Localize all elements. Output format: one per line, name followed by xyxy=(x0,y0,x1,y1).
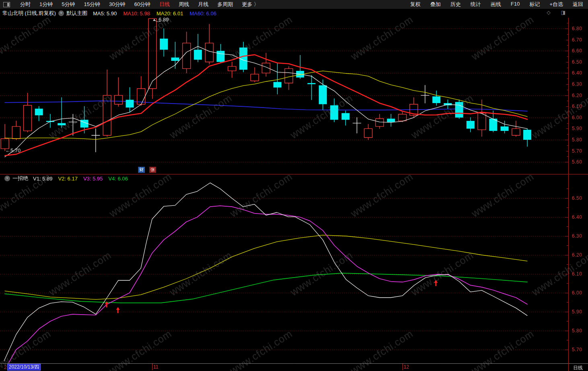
toolbar-button[interactable]: 叠加 xyxy=(425,1,446,8)
month-tick-label: 11 xyxy=(152,364,158,370)
price-label: 5.80 xyxy=(572,328,582,334)
split-panel-icon[interactable]: ◨ xyxy=(561,10,565,15)
indicator-value-label: V4: 6.06 xyxy=(108,176,128,182)
app-window: { "toolbar": { "left_items": [ {"label":… xyxy=(0,0,588,371)
price-label: 5.80 xyxy=(572,137,582,143)
selected-date-box[interactable]: 2022/10/13/四 xyxy=(7,364,41,371)
toolbar-button[interactable]: 返回 xyxy=(568,1,588,8)
toolbar-button[interactable]: F10 xyxy=(506,1,524,8)
ma-label: MA60: 6.06 xyxy=(190,10,217,17)
main-view-label: 默认主图 xyxy=(66,10,87,17)
chart-canvas[interactable] xyxy=(0,0,588,371)
high-price-annotation: 6.89 xyxy=(159,17,169,23)
period-tab[interactable]: 月线 xyxy=(194,1,213,8)
price-label: 6.20 xyxy=(572,252,582,258)
period-tab[interactable]: 多周期 xyxy=(213,1,237,8)
price-label: 6.10 xyxy=(572,104,582,109)
toolbar-button[interactable]: 统计 xyxy=(466,1,486,8)
price-label: 6.30 xyxy=(572,233,582,239)
price-label: 6.60 xyxy=(572,48,582,54)
partial-month-label: 2 xyxy=(4,365,7,370)
toolbar-button[interactable]: 画线 xyxy=(486,1,506,8)
period-tab[interactable]: 15分钟 xyxy=(79,1,104,8)
period-toolbar: 分时1分钟5分钟15分钟30分钟60分钟日线周线月线多周期更多 〉 复权叠加历史… xyxy=(0,0,588,9)
price-label: 6.00 xyxy=(572,290,582,296)
info-bar: 常山北明 (日线,前复权) ˅ 默认主图 MA5: 5.90MA10: 5.98… xyxy=(0,9,588,18)
corner-icons: ◇ ◨ xyxy=(547,10,565,15)
price-label: 6.00 xyxy=(572,115,582,120)
price-label: 5.70 xyxy=(572,347,582,352)
low-price-annotation: ←5.70 xyxy=(5,147,21,153)
ma-label: MA5: 5.90 xyxy=(93,10,117,17)
period-tab[interactable]: 分时 xyxy=(16,1,35,8)
indicator-values: V1: 5.89V2: 6.17V3: 5.95V4: 6.06 xyxy=(33,176,134,182)
period-tab[interactable]: 日线 xyxy=(155,1,174,8)
period-tabs: 分时1分钟5分钟15分钟30分钟60分钟日线周线月线多周期更多 〉 xyxy=(16,1,264,8)
indicator-header: ˅ 一招绝 V1: 5.89V2: 6.17V3: 5.95V4: 6.06 xyxy=(2,175,134,182)
ma-value-labels: MA5: 5.90MA10: 5.98MA20: 6.01MA60: 6.06 xyxy=(93,10,223,17)
period-tab[interactable]: 1分钟 xyxy=(35,1,57,8)
price-label: 6.40 xyxy=(572,70,582,76)
symbol-title: 常山北明 (日线,前复权) xyxy=(2,10,56,17)
price-label: 6.50 xyxy=(572,59,582,65)
toolbar-button[interactable]: 历史 xyxy=(446,1,466,8)
period-tab[interactable]: 30分钟 xyxy=(105,1,130,8)
price-label: 5.60 xyxy=(572,159,582,165)
period-tab[interactable]: 5分钟 xyxy=(57,1,79,8)
diamond-icon[interactable]: ◇ xyxy=(547,10,550,15)
period-tab[interactable]: 60分钟 xyxy=(130,1,155,8)
ma-label: MA20: 6.01 xyxy=(157,10,184,17)
period-indicator: 日线 xyxy=(573,365,583,371)
price-label: 5.90 xyxy=(572,309,582,315)
month-tick-label: 12 xyxy=(402,364,409,370)
chevron-down-icon[interactable]: ˅ xyxy=(58,10,64,16)
period-tab[interactable]: 周线 xyxy=(174,1,194,8)
indicator-value-label: V2: 6.17 xyxy=(58,176,77,182)
price-label: 5.90 xyxy=(572,126,582,131)
toolbar-button[interactable]: 复权 xyxy=(405,1,425,8)
toolbar-actions: 复权叠加历史统计画线F10标记+自选返回 xyxy=(405,1,588,8)
price-label: 6.20 xyxy=(572,93,582,98)
ma-label: MA10: 5.98 xyxy=(123,10,150,17)
price-label: 6.40 xyxy=(572,214,582,220)
price-label: 6.50 xyxy=(572,195,582,201)
toolbar-button[interactable]: +自选 xyxy=(545,1,568,8)
indicator-value-label: V3: 5.95 xyxy=(83,176,103,182)
price-label: 6.70 xyxy=(572,37,582,43)
rise-link-badge[interactable]: 张 xyxy=(149,167,156,173)
window-icon[interactable] xyxy=(3,2,10,7)
price-label: 6.10 xyxy=(572,271,582,277)
finance-link-badge[interactable]: 财 xyxy=(138,167,145,173)
price-label: 6.30 xyxy=(572,81,582,87)
indicator-value-label: V1: 5.89 xyxy=(33,176,52,182)
price-label: 5.70 xyxy=(572,148,582,154)
period-tab[interactable]: 更多 〉 xyxy=(237,1,264,8)
indicator-title: 一招绝 xyxy=(12,175,28,182)
chevron-down-icon[interactable]: ˅ xyxy=(4,176,10,181)
time-axis-bar: 2 2022/10/13/四 1112 日线 xyxy=(0,364,588,371)
price-label: 6.80 xyxy=(572,26,582,31)
toolbar-button[interactable]: 标记 xyxy=(524,1,545,8)
